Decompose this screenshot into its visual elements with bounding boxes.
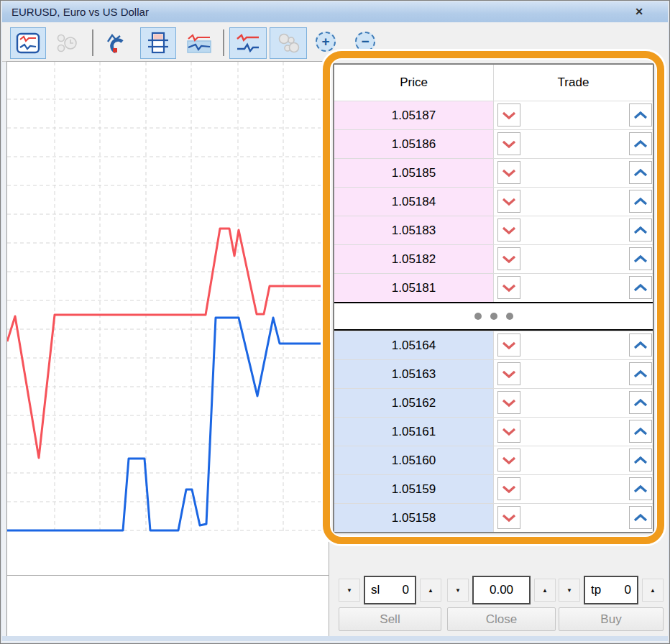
sell-order-button[interactable] — [497, 506, 520, 529]
table-row: 1.05158 — [334, 503, 653, 532]
sl-decrement-button[interactable]: ▼ — [339, 579, 360, 602]
magnet-icon — [106, 32, 130, 55]
buy-order-button[interactable] — [629, 218, 652, 242]
chevron-down-icon — [501, 197, 517, 206]
bubbles-icon — [275, 32, 302, 55]
close-button[interactable]: Close — [447, 607, 556, 631]
buy-order-button[interactable] — [629, 132, 652, 155]
price-cell[interactable]: 1.05183 — [334, 216, 494, 244]
table-row: 1.05162 — [334, 388, 653, 417]
price-cell[interactable]: 1.05159 — [334, 475, 494, 503]
bubbles-button[interactable] — [270, 27, 307, 59]
window-bottom-frame — [2, 636, 668, 641]
sell-order-button[interactable] — [497, 132, 520, 155]
buy-order-button[interactable] — [629, 420, 652, 443]
buy-order-button[interactable] — [629, 161, 652, 184]
sell-order-button[interactable] — [497, 276, 520, 299]
chevron-up-icon — [633, 369, 648, 379]
sell-order-button[interactable] — [497, 190, 520, 213]
table-row: 1.05181 — [334, 273, 653, 302]
tp-decrement-button[interactable]: ▼ — [559, 579, 580, 602]
sell-order-button[interactable] — [497, 161, 520, 184]
sell-order-button[interactable] — [497, 334, 520, 356]
buy-order-button[interactable] — [629, 104, 652, 126]
sl-increment-button[interactable]: ▲ — [420, 579, 441, 602]
sell-order-button[interactable] — [497, 362, 520, 385]
price-cell[interactable]: 1.05184 — [334, 188, 494, 216]
sell-order-button[interactable] — [497, 104, 520, 126]
trade-cell — [494, 504, 653, 532]
sell-order-button[interactable] — [497, 448, 520, 472]
table-row: 1.05159 — [334, 474, 653, 503]
buy-order-button[interactable] — [629, 247, 652, 270]
depth-of-market-icon — [147, 31, 169, 55]
trade-cell — [494, 188, 653, 216]
tick-chart-button[interactable] — [10, 27, 46, 59]
buy-order-button[interactable] — [629, 362, 652, 385]
chevron-down-icon — [501, 111, 517, 120]
trade-cell — [494, 216, 653, 244]
price-cell[interactable]: 1.05186 — [334, 130, 494, 158]
trade-cell — [494, 274, 653, 302]
table-row: 1.05161 — [334, 417, 653, 446]
zoom-in-icon[interactable]: + — [316, 32, 336, 52]
chevron-up-icon — [633, 111, 648, 120]
sell-button[interactable]: Sell — [339, 607, 441, 631]
buy-order-button[interactable] — [629, 391, 652, 414]
price-cell[interactable]: 1.05163 — [334, 360, 494, 388]
volume-increment-button[interactable]: ▲ — [534, 579, 556, 602]
bid-rows: 1.05164 1.05163 — [334, 331, 653, 532]
chevron-down-icon — [501, 513, 517, 523]
price-cell[interactable]: 1.05185 — [334, 159, 494, 187]
chevron-down-icon — [501, 427, 517, 436]
buy-order-button[interactable] — [629, 477, 652, 500]
chevron-up-icon — [633, 427, 648, 436]
tp-field[interactable]: tp 0 — [584, 576, 638, 604]
price-cell[interactable]: 1.05181 — [334, 274, 494, 302]
buy-order-button[interactable] — [629, 334, 652, 356]
buy-button[interactable]: Buy — [559, 607, 664, 631]
price-cell[interactable]: 1.05164 — [334, 331, 494, 359]
tick-chart-canvas — [7, 62, 329, 574]
price-cell[interactable]: 1.05182 — [334, 245, 494, 273]
tp-increment-button[interactable]: ▲ — [642, 579, 664, 602]
price-cell[interactable]: 1.05162 — [334, 389, 494, 417]
sell-order-button[interactable] — [497, 218, 520, 242]
toolbar-separator — [223, 29, 224, 56]
tick-chart-icon — [16, 32, 40, 54]
price-cell[interactable]: 1.05160 — [334, 446, 494, 474]
buy-order-button[interactable] — [629, 506, 652, 529]
chevron-up-icon — [633, 226, 648, 235]
tick-lines-button[interactable] — [229, 27, 267, 59]
trade-column-header: Trade — [494, 65, 653, 101]
zoom-out-icon[interactable]: − — [355, 32, 375, 52]
sl-field[interactable]: sl 0 — [364, 576, 416, 604]
trade-cell — [494, 418, 653, 446]
depth-of-market-button[interactable] — [140, 27, 176, 59]
sell-order-button[interactable] — [497, 477, 520, 500]
buy-order-button[interactable] — [629, 276, 652, 299]
volume-field[interactable]: 0.00 — [472, 576, 531, 604]
sell-order-button[interactable] — [497, 391, 520, 414]
tick-area-button[interactable] — [184, 29, 214, 58]
volume-decrement-button[interactable]: ▼ — [447, 579, 469, 602]
chart-bottom-divider — [7, 575, 329, 576]
title-bar[interactable]: EURUSD, Euro vs US Dollar — [2, 1, 668, 22]
trade-cell — [494, 130, 653, 158]
price-cell[interactable]: 1.05187 — [334, 101, 494, 129]
price-column-header: Price — [334, 65, 494, 101]
sell-order-button[interactable] — [497, 420, 520, 443]
ellipsis-dot-icon — [506, 313, 513, 320]
buy-order-button[interactable] — [629, 190, 652, 213]
close-icon[interactable]: ✕ — [632, 5, 646, 18]
history-button — [52, 29, 81, 58]
price-cell[interactable]: 1.05161 — [334, 418, 494, 446]
price-cell[interactable]: 1.05158 — [334, 504, 494, 532]
chevron-up-icon — [633, 484, 648, 494]
sell-order-button[interactable] — [497, 247, 520, 270]
magnet-button[interactable] — [104, 29, 132, 58]
bid-line — [7, 318, 329, 530]
chevron-down-icon — [501, 398, 517, 408]
buy-order-button[interactable] — [629, 448, 652, 472]
chevron-down-icon — [501, 168, 517, 178]
